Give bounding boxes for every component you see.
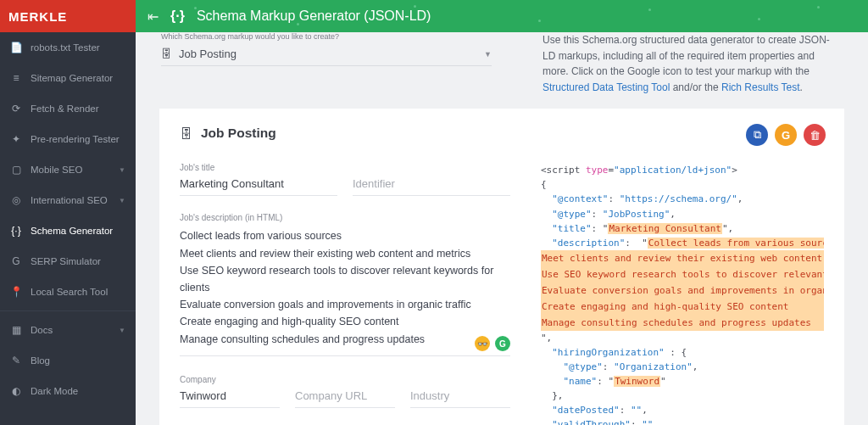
sidebar-item-mobile-seo[interactable]: ▢Mobile SEO▼ xyxy=(0,154,136,185)
label-description: Job's description (in HTML) xyxy=(180,213,510,222)
sidebar-item-robots-txt-tester[interactable]: 📄robots.txt Tester xyxy=(0,32,136,63)
label-identifier xyxy=(353,163,510,172)
sidebar-label: Blog xyxy=(31,355,125,366)
logo: MERKLE xyxy=(0,0,136,32)
sidebar-icon: G xyxy=(10,255,22,267)
sidebar-label: Dark Mode xyxy=(31,386,125,396)
label-job-title: Job's title xyxy=(180,163,337,172)
sidebar-icon: ▢ xyxy=(10,164,22,176)
form-column: Job's title Marketing Consultant Identif… xyxy=(180,163,510,425)
input-company[interactable]: Twinword xyxy=(180,386,280,408)
sidebar-icon: 📍 xyxy=(10,286,22,298)
chevron-down-icon: ▼ xyxy=(119,197,125,204)
sidebar-list: 📄robots.txt Tester≡Sitemap Generator⟳Fet… xyxy=(0,32,136,425)
sidebar-item-local-search-tool[interactable]: 📍Local Search Tool xyxy=(0,277,136,307)
sidebar-icon: ▦ xyxy=(10,324,22,336)
sidebar-item-fetch-render[interactable]: ⟳Fetch & Render xyxy=(0,93,136,124)
sidebar-item-dark-mode[interactable]: ◐Dark Mode xyxy=(0,376,136,406)
emoji-badge[interactable]: 👓 xyxy=(475,336,490,351)
code-column: <script type="application/ld+json"> { "@… xyxy=(541,163,824,425)
input-description[interactable]: Collect leads from various sourcesMeet c… xyxy=(180,224,510,356)
sidebar-icon: ⟳ xyxy=(10,103,22,115)
input-company-url[interactable]: Company URL xyxy=(295,386,395,408)
description-line: Use SEO keyword research tools to discov… xyxy=(180,263,510,296)
input-job-title[interactable]: Marketing Consultant xyxy=(180,174,337,196)
header: ⇤ {·} Schema Markup Generator (JSON-LD) xyxy=(136,0,868,32)
sidebar-icon: ◐ xyxy=(10,385,22,397)
grammarly-badge[interactable]: G xyxy=(495,336,510,351)
description-line: Collect leads from various sources xyxy=(180,228,510,244)
sidebar-label: Pre-rendering Tester xyxy=(31,134,125,144)
sidebar-label: Schema Generator xyxy=(31,226,125,236)
chevron-down-icon: ▼ xyxy=(119,327,125,334)
link-sdtt[interactable]: Structured Data Testing Tool xyxy=(542,81,670,93)
intro-text: Use this Schema.org structured data gene… xyxy=(542,32,843,95)
sidebar-item-docs[interactable]: ▦Docs▼ xyxy=(0,315,136,345)
sidebar-item-international-seo[interactable]: ◎International SEO▼ xyxy=(0,185,136,215)
description-line: Create engaging and high-quality SEO con… xyxy=(180,314,510,330)
sidebar-icon: 📄 xyxy=(10,42,22,53)
description-line: Evaluate conversion goals and improvemen… xyxy=(180,297,510,313)
label-company: Company xyxy=(180,375,280,384)
sidebar-icon: ✎ xyxy=(10,355,22,366)
schema-type-select[interactable]: 🗄 Job Posting ▼ xyxy=(161,42,492,66)
job-posting-card: 🗄 Job Posting ⧉ G 🗑 Job's title Marketi xyxy=(159,109,844,425)
link-rrt[interactable]: Rich Results Test xyxy=(721,81,799,93)
copy-button[interactable]: ⧉ xyxy=(746,124,768,146)
sidebar-label: International SEO xyxy=(31,195,110,205)
label-industry xyxy=(410,375,510,384)
sidebar-label: Mobile SEO xyxy=(31,165,110,175)
description-line: Manage consulting schedules and progress… xyxy=(180,332,510,348)
page-title: Schema Markup Generator (JSON-LD) xyxy=(197,8,431,24)
sidebar-label: Sitemap Generator xyxy=(31,73,125,83)
chevron-down-icon: ▼ xyxy=(119,166,125,174)
sidebar-icon: ≡ xyxy=(10,72,22,84)
card-title: Job Posting xyxy=(201,126,276,141)
label-company-url xyxy=(295,375,395,384)
select-label: Which Schema.org markup would you like t… xyxy=(161,32,492,41)
code-preview: <script type="application/ld+json"> { "@… xyxy=(541,163,824,425)
select-value: Job Posting xyxy=(179,48,236,60)
sidebar-icon: {·} xyxy=(10,225,22,237)
content: Which Schema.org markup would you like t… xyxy=(136,32,868,425)
input-industry[interactable]: Industry xyxy=(410,386,510,408)
sidebar-icon: ✦ xyxy=(10,133,22,145)
briefcase-icon: 🗄 xyxy=(161,48,172,60)
sidebar-icon: ◎ xyxy=(10,194,22,206)
sidebar-item-pre-rendering-tester[interactable]: ✦Pre-rendering Tester xyxy=(0,124,136,154)
sidebar-item-sitemap-generator[interactable]: ≡Sitemap Generator xyxy=(0,63,136,93)
sidebar: MERKLE 📄robots.txt Tester≡Sitemap Genera… xyxy=(0,0,136,425)
input-identifier[interactable]: Identifier xyxy=(353,174,510,196)
google-test-button[interactable]: G xyxy=(775,124,797,146)
sidebar-item-schema-generator[interactable]: {·}Schema Generator xyxy=(0,215,136,246)
sidebar-label: Fetch & Render xyxy=(31,103,125,114)
delete-button[interactable]: 🗑 xyxy=(804,124,826,146)
sidebar-label: SERP Simulator xyxy=(31,256,125,266)
sidebar-item-blog[interactable]: ✎Blog xyxy=(0,345,136,376)
briefcase-icon: 🗄 xyxy=(180,126,192,141)
sidebar-label: Local Search Tool xyxy=(31,287,125,297)
description-line: Meet clients and review their existing w… xyxy=(180,246,510,262)
sidebar-label: Docs xyxy=(31,325,110,335)
sidebar-label: robots.txt Tester xyxy=(31,42,125,53)
braces-icon: {·} xyxy=(170,8,185,24)
collapse-sidebar-icon[interactable]: ⇤ xyxy=(147,8,159,25)
sidebar-item-serp-simulator[interactable]: GSERP Simulator xyxy=(0,246,136,277)
chevron-down-icon: ▼ xyxy=(484,50,492,59)
